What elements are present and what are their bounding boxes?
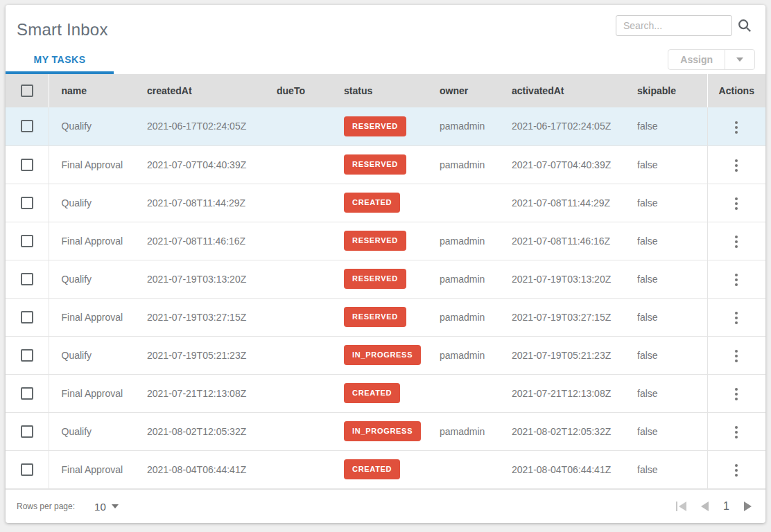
table-row[interactable]: Qualify 2021-08-02T12:05:32Z IN_PROGRESS… xyxy=(6,412,765,450)
cell-actions xyxy=(707,260,765,298)
cell-createdAt: 2021-08-02T12:05:32Z xyxy=(135,412,264,450)
cell-skipable: false xyxy=(625,184,707,222)
cell-dueTo xyxy=(264,298,331,336)
status-badge: RESERVED xyxy=(344,116,406,136)
cell-activatedAt: 2021-06-17T02:24:05Z xyxy=(499,107,625,145)
assign-button-label: Assign xyxy=(680,54,713,65)
cell-skipable: false xyxy=(625,107,707,145)
first-page-icon[interactable] xyxy=(676,502,686,511)
row-checkbox[interactable] xyxy=(21,159,33,171)
header-checkbox-cell xyxy=(6,74,49,107)
cell-skipable: false xyxy=(625,145,707,184)
cell-activatedAt: 2021-07-21T12:13:08Z xyxy=(499,374,625,412)
cell-actions xyxy=(707,222,765,260)
table-footer: Rows per page: 10 1 xyxy=(6,489,765,524)
cell-name: Final Approval xyxy=(49,145,135,184)
row-checkbox[interactable] xyxy=(21,311,33,323)
tab-my-tasks-label: MY TASKS xyxy=(33,54,85,65)
tasks-table: name createdAt dueTo status owner activa… xyxy=(6,74,765,489)
row-checkbox[interactable] xyxy=(21,120,33,132)
search-icon[interactable] xyxy=(737,18,752,33)
table-row[interactable]: Qualify 2021-07-19T05:21:23Z IN_PROGRESS… xyxy=(6,336,765,374)
status-badge: CREATED xyxy=(344,459,400,479)
row-checkbox[interactable] xyxy=(21,349,33,362)
cell-status: RESERVED xyxy=(331,145,427,184)
cell-owner: pamadmin xyxy=(427,298,499,336)
previous-page-icon[interactable] xyxy=(701,502,709,511)
row-checkbox[interactable] xyxy=(21,463,33,476)
cell-activatedAt: 2021-07-19T03:13:20Z xyxy=(499,260,625,298)
cell-skipable: false xyxy=(625,412,707,450)
table-row[interactable]: Final Approval 2021-07-08T11:46:16Z RESE… xyxy=(6,222,765,260)
status-badge: RESERVED xyxy=(344,307,406,327)
cell-createdAt: 2021-07-19T03:13:20Z xyxy=(135,260,264,298)
cell-status: CREATED xyxy=(331,374,427,412)
cell-skipable: false xyxy=(625,298,707,336)
row-checkbox-cell xyxy=(6,222,49,260)
table-row[interactable]: Final Approval 2021-07-21T12:13:08Z CREA… xyxy=(6,374,765,412)
cell-name: Final Approval xyxy=(49,298,135,336)
status-badge: RESERVED xyxy=(344,231,406,251)
cell-owner: pamadmin xyxy=(427,107,499,145)
table-row[interactable]: Qualify 2021-07-19T03:13:20Z RESERVED pa… xyxy=(6,260,765,298)
cell-owner xyxy=(427,450,499,488)
kebab-menu-icon[interactable] xyxy=(729,460,743,481)
row-checkbox[interactable] xyxy=(21,273,33,285)
cell-dueTo xyxy=(264,222,331,260)
kebab-menu-icon[interactable] xyxy=(729,269,743,290)
search-input[interactable] xyxy=(616,15,732,36)
cell-createdAt: 2021-07-08T11:44:29Z xyxy=(135,184,264,222)
column-header-createdAt: createdAt xyxy=(135,74,264,107)
cell-createdAt: 2021-07-19T03:27:15Z xyxy=(135,298,264,336)
cell-dueTo xyxy=(264,450,331,488)
cell-status: IN_PROGRESS xyxy=(331,336,427,374)
cell-owner: pamadmin xyxy=(427,412,499,450)
kebab-menu-icon[interactable] xyxy=(729,308,743,328)
kebab-menu-icon[interactable] xyxy=(729,155,743,176)
cell-name: Final Approval xyxy=(49,222,135,260)
column-header-name: name xyxy=(49,74,135,107)
row-checkbox[interactable] xyxy=(21,197,33,209)
row-checkbox[interactable] xyxy=(21,387,33,400)
kebab-menu-icon[interactable] xyxy=(729,117,743,138)
cell-dueTo xyxy=(264,184,331,222)
table-header-row: name createdAt dueTo status owner activa… xyxy=(6,74,765,107)
cell-owner: pamadmin xyxy=(427,222,499,260)
cell-createdAt: 2021-08-04T06:44:41Z xyxy=(135,450,264,488)
table-row[interactable]: Final Approval 2021-07-19T03:27:15Z RESE… xyxy=(6,298,765,336)
table-row[interactable]: Final Approval 2021-08-04T06:44:41Z CREA… xyxy=(6,450,765,488)
kebab-menu-icon[interactable] xyxy=(729,231,743,252)
kebab-menu-icon[interactable] xyxy=(729,384,743,405)
assign-button[interactable]: Assign xyxy=(668,50,725,69)
tab-my-tasks[interactable]: MY TASKS xyxy=(6,48,114,74)
cell-skipable: false xyxy=(625,222,707,260)
cell-createdAt: 2021-07-19T05:21:23Z xyxy=(135,336,264,374)
chevron-down-icon xyxy=(112,504,119,508)
row-checkbox[interactable] xyxy=(21,235,33,247)
table-row[interactable]: Final Approval 2021-07-07T04:40:39Z RESE… xyxy=(6,145,765,184)
cell-status: RESERVED xyxy=(331,107,427,145)
row-checkbox-cell xyxy=(6,374,49,412)
cell-owner: pamadmin xyxy=(427,336,499,374)
kebab-menu-icon[interactable] xyxy=(729,193,743,214)
table-row[interactable]: Qualify 2021-06-17T02:24:05Z RESERVED pa… xyxy=(6,107,765,145)
rows-per-page-label: Rows per page: xyxy=(17,502,75,511)
column-header-actions: Actions xyxy=(707,74,765,107)
cell-actions xyxy=(707,450,765,488)
table-row[interactable]: Qualify 2021-07-08T11:44:29Z CREATED 202… xyxy=(6,184,765,222)
rows-per-page-select[interactable]: 10 xyxy=(94,501,119,513)
next-page-icon[interactable] xyxy=(744,502,752,511)
status-badge: IN_PROGRESS xyxy=(344,421,421,441)
kebab-menu-icon[interactable] xyxy=(729,422,743,443)
select-all-checkbox[interactable] xyxy=(21,85,33,97)
cell-owner: pamadmin xyxy=(427,260,499,298)
status-badge: IN_PROGRESS xyxy=(344,345,421,365)
cell-owner: pamadmin xyxy=(427,145,499,184)
cell-activatedAt: 2021-07-07T04:40:39Z xyxy=(499,145,625,184)
cell-actions xyxy=(707,336,765,374)
kebab-menu-icon[interactable] xyxy=(729,346,743,366)
row-checkbox-cell xyxy=(6,184,49,222)
row-checkbox[interactable] xyxy=(21,425,33,438)
assign-dropdown-button[interactable] xyxy=(725,50,754,69)
row-checkbox-cell xyxy=(6,412,49,450)
